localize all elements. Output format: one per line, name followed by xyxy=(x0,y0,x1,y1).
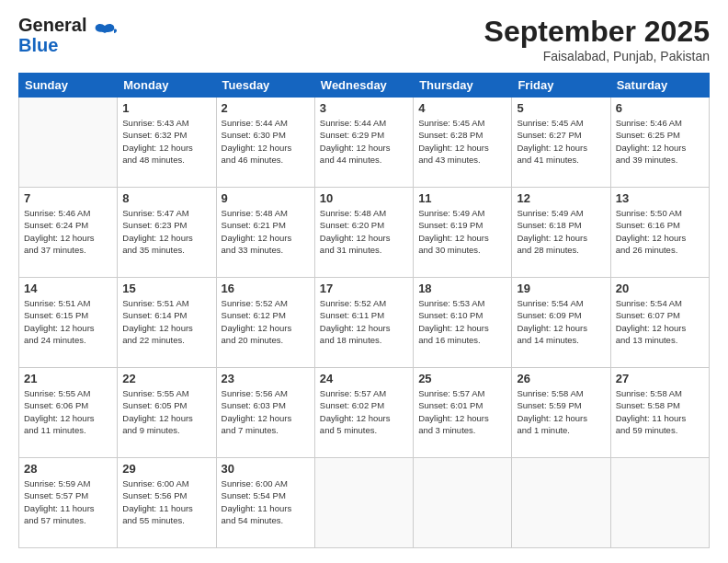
calendar-cell xyxy=(610,458,709,548)
header-saturday: Saturday xyxy=(610,74,709,98)
calendar-cell: 17Sunrise: 5:52 AM Sunset: 6:11 PM Dayli… xyxy=(314,278,413,368)
day-number: 16 xyxy=(222,282,310,295)
day-number: 8 xyxy=(122,191,210,205)
calendar-table: Sunday Monday Tuesday Wednesday Thursday… xyxy=(18,73,710,548)
calendar-cell: 4Sunrise: 5:45 AM Sunset: 6:28 PM Daylig… xyxy=(414,98,512,188)
cell-info: Sunrise: 5:52 AM Sunset: 6:12 PM Dayligh… xyxy=(222,297,310,346)
day-number: 28 xyxy=(24,462,112,476)
cell-info: Sunrise: 5:46 AM Sunset: 6:24 PM Dayligh… xyxy=(24,207,112,256)
calendar-cell: 16Sunrise: 5:52 AM Sunset: 6:12 PM Dayli… xyxy=(216,278,314,368)
cell-info: Sunrise: 6:00 AM Sunset: 5:56 PM Dayligh… xyxy=(122,477,210,526)
cell-info: Sunrise: 5:48 AM Sunset: 6:20 PM Dayligh… xyxy=(320,207,408,256)
cell-info: Sunrise: 5:50 AM Sunset: 6:16 PM Dayligh… xyxy=(616,207,704,256)
cell-info: Sunrise: 5:57 AM Sunset: 6:02 PM Dayligh… xyxy=(320,387,408,436)
cell-info: Sunrise: 5:55 AM Sunset: 6:06 PM Dayligh… xyxy=(24,387,112,436)
calendar-week-row: 14Sunrise: 5:51 AM Sunset: 6:15 PM Dayli… xyxy=(19,278,710,368)
cell-info: Sunrise: 5:51 AM Sunset: 6:14 PM Dayligh… xyxy=(122,297,210,346)
cell-info: Sunrise: 5:47 AM Sunset: 6:23 PM Dayligh… xyxy=(122,207,210,256)
calendar-cell: 30Sunrise: 6:00 AM Sunset: 5:54 PM Dayli… xyxy=(216,458,314,548)
calendar-cell: 9Sunrise: 5:48 AM Sunset: 6:21 PM Daylig… xyxy=(216,188,314,278)
calendar-cell: 8Sunrise: 5:47 AM Sunset: 6:23 PM Daylig… xyxy=(118,188,216,278)
day-number: 21 xyxy=(24,372,112,385)
day-number: 13 xyxy=(616,191,704,205)
day-number: 4 xyxy=(418,101,506,115)
calendar-cell: 20Sunrise: 5:54 AM Sunset: 6:07 PM Dayli… xyxy=(610,278,709,368)
cell-info: Sunrise: 5:46 AM Sunset: 6:25 PM Dayligh… xyxy=(616,117,704,166)
day-number: 2 xyxy=(222,101,310,115)
cell-info: Sunrise: 5:48 AM Sunset: 6:21 PM Dayligh… xyxy=(222,207,310,256)
logo-general: General xyxy=(18,15,86,35)
cell-info: Sunrise: 6:00 AM Sunset: 5:54 PM Dayligh… xyxy=(222,477,310,526)
calendar-cell: 11Sunrise: 5:49 AM Sunset: 6:19 PM Dayli… xyxy=(414,188,512,278)
day-number: 9 xyxy=(222,191,310,205)
cell-info: Sunrise: 5:53 AM Sunset: 6:10 PM Dayligh… xyxy=(418,297,506,346)
day-number: 26 xyxy=(517,372,605,385)
calendar-cell: 18Sunrise: 5:53 AM Sunset: 6:10 PM Dayli… xyxy=(414,278,512,368)
header-sunday: Sunday xyxy=(19,74,118,98)
cell-info: Sunrise: 5:56 AM Sunset: 6:03 PM Dayligh… xyxy=(222,387,310,436)
calendar-week-row: 7Sunrise: 5:46 AM Sunset: 6:24 PM Daylig… xyxy=(19,188,710,278)
calendar-cell: 15Sunrise: 5:51 AM Sunset: 6:14 PM Dayli… xyxy=(118,278,216,368)
calendar-cell: 12Sunrise: 5:49 AM Sunset: 6:18 PM Dayli… xyxy=(512,188,610,278)
cell-info: Sunrise: 5:58 AM Sunset: 5:58 PM Dayligh… xyxy=(616,387,704,436)
page: General Blue September 2025 Faisalabad, … xyxy=(0,0,728,563)
header-friday: Friday xyxy=(512,74,610,98)
header-monday: Monday xyxy=(118,74,216,98)
day-number: 18 xyxy=(418,282,506,295)
calendar-cell: 26Sunrise: 5:58 AM Sunset: 5:59 PM Dayli… xyxy=(512,368,610,458)
day-number: 1 xyxy=(122,101,210,115)
day-number: 19 xyxy=(517,282,605,295)
cell-info: Sunrise: 5:55 AM Sunset: 6:05 PM Dayligh… xyxy=(122,387,210,436)
logo-bird-icon xyxy=(92,20,118,46)
cell-info: Sunrise: 5:54 AM Sunset: 6:07 PM Dayligh… xyxy=(616,297,704,346)
calendar-cell: 6Sunrise: 5:46 AM Sunset: 6:25 PM Daylig… xyxy=(610,98,709,188)
calendar-cell: 29Sunrise: 6:00 AM Sunset: 5:56 PM Dayli… xyxy=(118,458,216,548)
day-number: 30 xyxy=(222,462,310,476)
cell-info: Sunrise: 5:54 AM Sunset: 6:09 PM Dayligh… xyxy=(517,297,605,346)
day-number: 6 xyxy=(616,101,704,115)
calendar-cell xyxy=(512,458,610,548)
day-number: 7 xyxy=(24,191,112,205)
header: General Blue September 2025 Faisalabad, … xyxy=(18,15,710,63)
calendar-cell: 3Sunrise: 5:44 AM Sunset: 6:29 PM Daylig… xyxy=(314,98,413,188)
cell-info: Sunrise: 5:45 AM Sunset: 6:28 PM Dayligh… xyxy=(418,117,506,166)
calendar-cell: 19Sunrise: 5:54 AM Sunset: 6:09 PM Dayli… xyxy=(512,278,610,368)
calendar-cell: 22Sunrise: 5:55 AM Sunset: 6:05 PM Dayli… xyxy=(118,368,216,458)
calendar-week-row: 21Sunrise: 5:55 AM Sunset: 6:06 PM Dayli… xyxy=(19,368,710,458)
header-tuesday: Tuesday xyxy=(216,74,314,98)
day-number: 17 xyxy=(320,282,408,295)
cell-info: Sunrise: 5:59 AM Sunset: 5:57 PM Dayligh… xyxy=(24,477,112,526)
calendar-cell: 7Sunrise: 5:46 AM Sunset: 6:24 PM Daylig… xyxy=(19,188,118,278)
day-number: 15 xyxy=(122,282,210,295)
day-number: 29 xyxy=(122,462,210,476)
day-number: 11 xyxy=(418,191,506,205)
cell-info: Sunrise: 5:45 AM Sunset: 6:27 PM Dayligh… xyxy=(517,117,605,166)
calendar-cell: 5Sunrise: 5:45 AM Sunset: 6:27 PM Daylig… xyxy=(512,98,610,188)
day-number: 3 xyxy=(320,101,408,115)
cell-info: Sunrise: 5:58 AM Sunset: 5:59 PM Dayligh… xyxy=(517,387,605,436)
day-number: 24 xyxy=(320,372,408,385)
subtitle: Faisalabad, Punjab, Pakistan xyxy=(484,49,710,63)
calendar-cell: 24Sunrise: 5:57 AM Sunset: 6:02 PM Dayli… xyxy=(314,368,413,458)
cell-info: Sunrise: 5:44 AM Sunset: 6:30 PM Dayligh… xyxy=(222,117,310,166)
cell-info: Sunrise: 5:43 AM Sunset: 6:32 PM Dayligh… xyxy=(122,117,210,166)
calendar-cell: 14Sunrise: 5:51 AM Sunset: 6:15 PM Dayli… xyxy=(19,278,118,368)
cell-info: Sunrise: 5:49 AM Sunset: 6:19 PM Dayligh… xyxy=(418,207,506,256)
calendar-cell: 10Sunrise: 5:48 AM Sunset: 6:20 PM Dayli… xyxy=(314,188,413,278)
day-number: 23 xyxy=(222,372,310,385)
day-number: 14 xyxy=(24,282,112,295)
day-number: 20 xyxy=(616,282,704,295)
cell-info: Sunrise: 5:44 AM Sunset: 6:29 PM Dayligh… xyxy=(320,117,408,166)
day-number: 22 xyxy=(122,372,210,385)
day-number: 12 xyxy=(517,191,605,205)
calendar-week-row: 1Sunrise: 5:43 AM Sunset: 6:32 PM Daylig… xyxy=(19,98,710,188)
calendar-cell xyxy=(19,98,118,188)
title-section: September 2025 Faisalabad, Punjab, Pakis… xyxy=(484,15,710,63)
day-number: 27 xyxy=(616,372,704,385)
calendar-header-row: Sunday Monday Tuesday Wednesday Thursday… xyxy=(19,74,710,98)
header-thursday: Thursday xyxy=(414,74,512,98)
calendar-cell: 21Sunrise: 5:55 AM Sunset: 6:06 PM Dayli… xyxy=(19,368,118,458)
cell-info: Sunrise: 5:49 AM Sunset: 6:18 PM Dayligh… xyxy=(517,207,605,256)
cell-info: Sunrise: 5:51 AM Sunset: 6:15 PM Dayligh… xyxy=(24,297,112,346)
cell-info: Sunrise: 5:57 AM Sunset: 6:01 PM Dayligh… xyxy=(418,387,506,436)
